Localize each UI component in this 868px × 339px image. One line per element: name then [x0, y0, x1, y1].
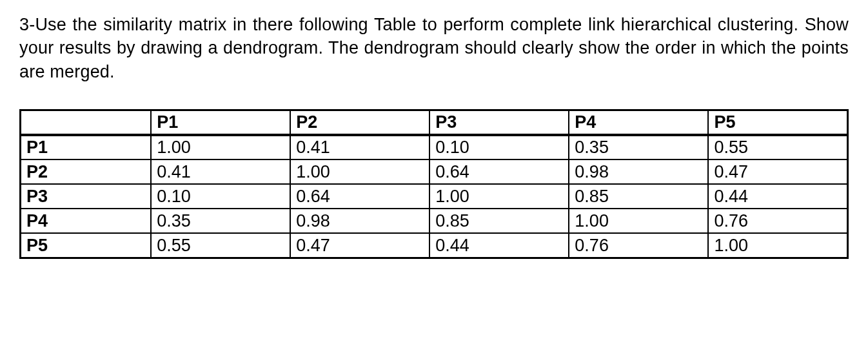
cell: 0.35 — [151, 209, 290, 233]
table-row: P4 0.35 0.98 0.85 1.00 0.76 — [21, 209, 848, 233]
cell: 0.76 — [708, 209, 847, 233]
cell: 0.85 — [569, 184, 708, 209]
cell: 0.44 — [708, 184, 847, 209]
cell: 1.00 — [290, 159, 429, 184]
cell: 0.47 — [290, 233, 429, 258]
cell: 0.47 — [708, 159, 847, 184]
cell: 0.44 — [429, 233, 569, 258]
table-row: P1 1.00 0.41 0.10 0.35 0.55 — [21, 135, 848, 159]
cell: 0.55 — [151, 233, 290, 258]
cell: 1.00 — [708, 233, 847, 258]
similarity-matrix-table: P1 P2 P3 P4 P5 P1 1.00 0.41 0.10 0.35 0.… — [19, 109, 849, 259]
cell: 1.00 — [569, 209, 708, 233]
col-header: P2 — [290, 110, 429, 136]
col-header: P3 — [429, 110, 569, 136]
cell: 0.98 — [290, 209, 429, 233]
cell: 0.41 — [151, 159, 290, 184]
table-row: P3 0.10 0.64 1.00 0.85 0.44 — [21, 184, 848, 209]
cell: 0.35 — [569, 135, 708, 159]
cell: 0.41 — [290, 135, 429, 159]
row-header: P3 — [21, 184, 152, 209]
row-header: P5 — [21, 233, 152, 258]
table-row: P5 0.55 0.47 0.44 0.76 1.00 — [21, 233, 848, 258]
cell: 1.00 — [429, 184, 569, 209]
col-header: P4 — [569, 110, 708, 136]
question-text: 3-Use the similarity matrix in there fol… — [19, 13, 849, 83]
cell: 0.98 — [569, 159, 708, 184]
table-row: P2 0.41 1.00 0.64 0.98 0.47 — [21, 159, 848, 184]
cell: 1.00 — [151, 135, 290, 159]
cell: 0.55 — [708, 135, 847, 159]
table-header-row: P1 P2 P3 P4 P5 — [21, 110, 848, 136]
cell: 0.64 — [290, 184, 429, 209]
corner-cell — [21, 110, 152, 136]
col-header: P1 — [151, 110, 290, 136]
row-header: P1 — [21, 135, 152, 159]
cell: 0.85 — [429, 209, 569, 233]
row-header: P4 — [21, 209, 152, 233]
cell: 0.10 — [429, 135, 569, 159]
cell: 0.10 — [151, 184, 290, 209]
cell: 0.64 — [429, 159, 569, 184]
col-header: P5 — [708, 110, 847, 136]
cell: 0.76 — [569, 233, 708, 258]
row-header: P2 — [21, 159, 152, 184]
